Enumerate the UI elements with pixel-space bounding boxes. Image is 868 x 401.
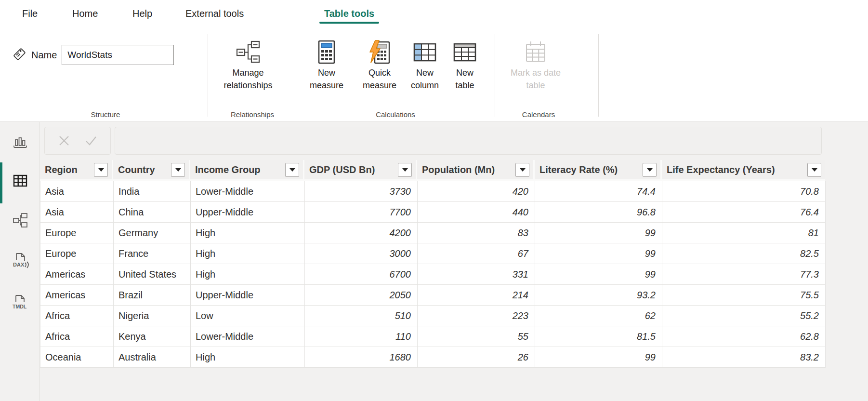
new-column-button[interactable]: New column: [405, 38, 445, 92]
table-cell[interactable]: High: [191, 223, 305, 243]
table-cell[interactable]: 77.3: [662, 264, 826, 285]
mark-as-date-table-button[interactable]: Mark as date table: [506, 38, 565, 92]
table-cell[interactable]: 331: [418, 264, 535, 285]
table-cell[interactable]: 3000: [305, 243, 418, 264]
table-cell[interactable]: 214: [418, 285, 535, 306]
sidebar-item-table-view[interactable]: [0, 164, 40, 198]
table-cell[interactable]: 2050: [305, 285, 418, 306]
sidebar-item-dax-query-view[interactable]: DAX: [0, 244, 40, 278]
table-cell[interactable]: 62: [535, 306, 662, 326]
column-header-region[interactable]: Region: [40, 160, 112, 179]
table-cell[interactable]: 81: [662, 223, 826, 243]
table-cell[interactable]: Brazil: [114, 285, 191, 306]
table-cell[interactable]: Europe: [40, 243, 114, 264]
sidebar-item-report-view[interactable]: [0, 126, 40, 160]
new-measure-button[interactable]: New measure: [305, 38, 348, 92]
table-cell[interactable]: 510: [305, 306, 418, 326]
table-cell[interactable]: Upper-Middle: [191, 285, 305, 306]
manage-relationships-button[interactable]: Manage relationships: [217, 38, 279, 92]
filter-dropdown-button[interactable]: [398, 163, 412, 177]
table-cell[interactable]: 70.8: [662, 181, 826, 202]
formula-input[interactable]: [115, 127, 822, 155]
table-cell[interactable]: 81.5: [535, 326, 662, 347]
menu-item-home[interactable]: Home: [72, 0, 98, 27]
table-cell[interactable]: Lower-Middle: [191, 326, 305, 347]
table-cell[interactable]: 7700: [305, 202, 418, 223]
table-cell[interactable]: Oceania: [40, 347, 114, 368]
menu-item-help[interactable]: Help: [132, 0, 152, 27]
table-cell[interactable]: 82.5: [662, 243, 826, 264]
table-cell[interactable]: Nigeria: [114, 306, 191, 326]
table-cell[interactable]: 55: [418, 326, 535, 347]
table-cell[interactable]: 440: [418, 202, 535, 223]
table-cell[interactable]: 1680: [305, 347, 418, 368]
column-header-life-expectancy[interactable]: Life Expectancy (Years): [662, 160, 825, 179]
table-cell[interactable]: 420: [418, 181, 535, 202]
table-cell[interactable]: High: [191, 264, 305, 285]
table-cell[interactable]: United States: [114, 264, 191, 285]
filter-dropdown-button[interactable]: [515, 163, 529, 177]
table-cell[interactable]: 26: [418, 347, 535, 368]
menu-item-file[interactable]: File: [22, 0, 38, 27]
table-cell[interactable]: 93.2: [535, 285, 662, 306]
table-cell[interactable]: China: [114, 202, 191, 223]
column-header-country[interactable]: Country: [113, 160, 189, 179]
table-cell[interactable]: Americas: [40, 285, 114, 306]
filter-dropdown-button[interactable]: [171, 163, 185, 177]
tab-table-tools[interactable]: Table tools: [324, 0, 374, 27]
column-header-income-group[interactable]: Income Group: [190, 160, 303, 179]
table-cell[interactable]: 76.4: [662, 202, 826, 223]
table-cell[interactable]: 110: [305, 326, 418, 347]
table-cell[interactable]: High: [191, 243, 305, 264]
table-cell[interactable]: 99: [535, 223, 662, 243]
table-cell[interactable]: 99: [535, 243, 662, 264]
commit-button[interactable]: [83, 133, 99, 149]
filter-dropdown-button[interactable]: [94, 163, 108, 177]
table-cell[interactable]: Asia: [40, 202, 114, 223]
table-cell[interactable]: 75.5: [662, 285, 826, 306]
table-cell[interactable]: Upper-Middle: [191, 202, 305, 223]
table-cell[interactable]: France: [114, 243, 191, 264]
table-cell[interactable]: Americas: [40, 264, 114, 285]
column-header-population[interactable]: Population (Mn): [417, 160, 533, 179]
table-cell[interactable]: Kenya: [114, 326, 191, 347]
table-cell[interactable]: 62.8: [662, 326, 826, 347]
table-cell[interactable]: High: [191, 347, 305, 368]
filter-dropdown-button[interactable]: [807, 163, 821, 177]
column-header-gdp[interactable]: GDP (USD Bn): [304, 160, 416, 179]
ribbon: Name Structure Manage relationships Rela…: [0, 27, 868, 122]
table-cell[interactable]: 67: [418, 243, 535, 264]
table-cell[interactable]: Australia: [114, 347, 191, 368]
table-cell[interactable]: Europe: [40, 223, 114, 243]
cancel-button[interactable]: [56, 133, 72, 149]
table-cell[interactable]: Asia: [40, 181, 114, 202]
table-cell[interactable]: 4200: [305, 223, 418, 243]
table-cell[interactable]: 3730: [305, 181, 418, 202]
table-cell[interactable]: 55.2: [662, 306, 826, 326]
new-table-button[interactable]: New table: [446, 38, 484, 92]
table-cell[interactable]: 223: [418, 306, 535, 326]
quick-measure-button[interactable]: Quick measure: [358, 38, 401, 92]
menu-item-external-tools[interactable]: External tools: [185, 0, 244, 27]
table-cell[interactable]: 83.2: [662, 347, 826, 368]
ribbon-divider: [598, 34, 599, 117]
table-cell[interactable]: 74.4: [535, 181, 662, 202]
table-cell[interactable]: Low: [191, 306, 305, 326]
table-cell[interactable]: 83: [418, 223, 535, 243]
sidebar-item-tmdl-view[interactable]: TMDL: [0, 286, 40, 320]
table-cell[interactable]: 96.8: [535, 202, 662, 223]
table-cell[interactable]: Lower-Middle: [191, 181, 305, 202]
table-cell[interactable]: India: [114, 181, 191, 202]
filter-dropdown-button[interactable]: [285, 163, 299, 177]
column-header-literacy-rate[interactable]: Literacy Rate (%): [535, 160, 660, 179]
filter-dropdown-button[interactable]: [643, 163, 657, 177]
table-cell[interactable]: Germany: [114, 223, 191, 243]
table-cell[interactable]: Africa: [40, 306, 114, 326]
table-cell[interactable]: 99: [535, 264, 662, 285]
sidebar-item-model-view[interactable]: [0, 203, 40, 237]
new-measure-icon: [315, 38, 338, 67]
table-cell[interactable]: 6700: [305, 264, 418, 285]
table-cell[interactable]: Africa: [40, 326, 114, 347]
table-cell[interactable]: 99: [535, 347, 662, 368]
table-name-input[interactable]: [62, 45, 174, 65]
